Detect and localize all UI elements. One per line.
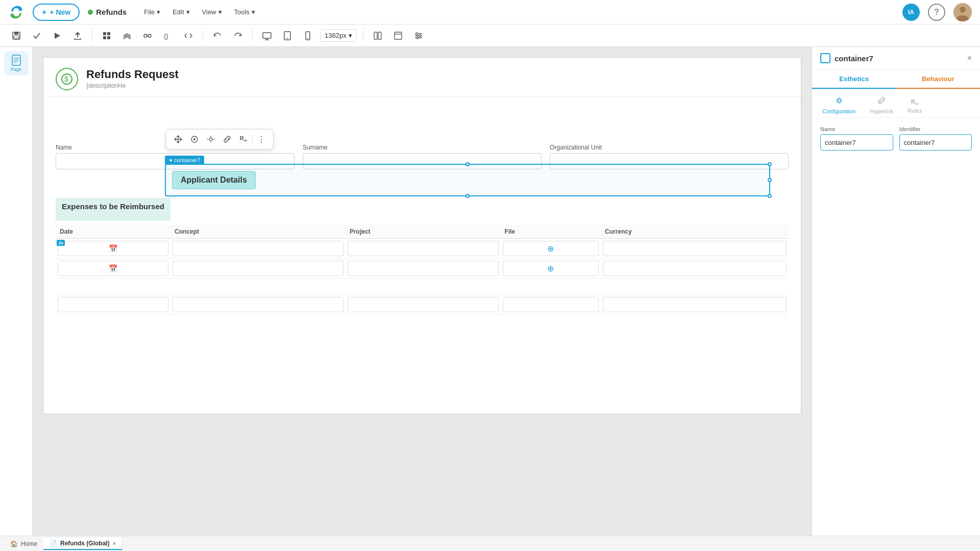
currency-input-2[interactable] — [603, 261, 787, 276]
desktop-view-button[interactable] — [259, 28, 275, 44]
file-input-1[interactable]: ⊕ — [503, 241, 599, 256]
prop-name-input[interactable] — [820, 134, 893, 151]
date-input-1[interactable]: 📅 — [58, 241, 168, 256]
js-badge: Js — [57, 240, 65, 246]
sidebar-page-icon[interactable]: Page — [4, 51, 29, 76]
toolbar: {} 1382px ▾ — [0, 24, 980, 47]
svg-point-40 — [209, 138, 212, 141]
move-tool-button[interactable] — [170, 132, 186, 147]
date-cell-3 — [56, 295, 170, 315]
edit-menu[interactable]: Edit ▾ — [167, 6, 194, 18]
link-tool-button[interactable] — [219, 132, 235, 147]
config-icon — [835, 96, 843, 107]
refunds-global-tab[interactable]: 📄 Refunds (Global) × — [43, 538, 122, 550]
svg-rect-15 — [263, 33, 271, 38]
handle-top-right[interactable] — [768, 162, 772, 166]
tablet-view-button[interactable] — [279, 28, 296, 44]
svg-rect-9 — [103, 36, 106, 39]
concept-cell-2 — [170, 259, 346, 279]
main-tab-bar: Esthetics Behaviour — [812, 70, 980, 89]
handle-top[interactable] — [465, 162, 470, 166]
concept-input-2[interactable] — [173, 261, 344, 276]
close-panel-button[interactable]: × — [967, 54, 972, 63]
braces-button[interactable]: {} — [160, 28, 176, 44]
project-input-1[interactable] — [348, 241, 499, 256]
window-button[interactable] — [390, 28, 406, 44]
settings2-button[interactable] — [410, 28, 427, 44]
divider-3 — [252, 30, 253, 42]
concept-input-1[interactable] — [173, 241, 344, 256]
tab-esthetics[interactable]: Esthetics — [812, 70, 896, 89]
play-button[interactable] — [49, 28, 65, 44]
project-input-2[interactable] — [348, 261, 499, 276]
file-input-2[interactable]: ⊕ — [503, 261, 599, 276]
svg-marker-6 — [55, 33, 60, 39]
grid-button[interactable] — [370, 28, 386, 44]
tab-behaviour[interactable]: Behaviour — [896, 70, 981, 89]
expenses-title: Expenses to be Reimbursed — [62, 202, 164, 211]
table-row — [56, 295, 789, 315]
total-input-5[interactable] — [603, 297, 787, 312]
canvas-area[interactable]: $ Refunds Request {descriptionHe — [33, 47, 812, 536]
floating-toolbar: R∞ ⋮ — [166, 129, 274, 149]
sub-tab-configuration[interactable]: Configuration — [816, 93, 862, 117]
total-input-1[interactable] — [58, 297, 168, 312]
more-tool-button[interactable]: ⋮ — [254, 132, 269, 147]
handle-bottom[interactable] — [465, 194, 470, 198]
date-cell-2: 📅 — [56, 259, 170, 279]
container-breadcrumb[interactable]: ◂ container7 — [165, 156, 204, 164]
code-button[interactable] — [180, 28, 197, 44]
svg-point-39 — [193, 138, 195, 140]
currency-input-1[interactable] — [603, 241, 787, 256]
view-menu[interactable]: View ▾ — [197, 6, 227, 18]
date-input-2[interactable]: 📅 — [58, 261, 168, 276]
container-title: container7 — [820, 53, 873, 63]
total-input-2[interactable] — [173, 297, 344, 312]
undo-button[interactable] — [209, 28, 226, 44]
surname-label: Surname — [303, 144, 542, 151]
top-nav: + + New Refunds File ▾ Edit ▾ View ▾ Too… — [0, 0, 980, 24]
file-cell-3 — [501, 295, 601, 315]
file-menu[interactable]: File ▾ — [139, 6, 165, 18]
container7-box[interactable]: Applicant Details — [165, 164, 770, 196]
project-cell-1 — [346, 239, 501, 259]
prop-identifier-label: Identifier — [899, 126, 972, 132]
upload-icon-1: ⊕ — [547, 244, 554, 254]
total-input-3[interactable] — [348, 297, 499, 312]
svg-point-31 — [416, 37, 419, 39]
viewport-size[interactable]: 1382px ▾ — [320, 29, 357, 42]
home-icon: 🏠 — [10, 540, 18, 547]
tab-close-button[interactable]: × — [113, 540, 116, 546]
sub-tab-rules[interactable]: R∞ Rules — [901, 93, 928, 117]
upload-button[interactable] — [69, 28, 86, 44]
tools-menu[interactable]: Tools ▾ — [229, 6, 260, 18]
nav-menu: File ▾ Edit ▾ View ▾ Tools ▾ — [139, 6, 260, 18]
variables-button[interactable] — [139, 28, 156, 44]
calendar-icon-2: 📅 — [109, 264, 117, 272]
total-input-4[interactable] — [503, 297, 599, 312]
handle-right[interactable] — [768, 178, 772, 182]
redo-button[interactable] — [230, 28, 246, 44]
shape-tool-button[interactable] — [187, 132, 202, 147]
components-button[interactable] — [99, 28, 115, 44]
svg-point-11 — [144, 34, 147, 37]
handle-bottom-right[interactable] — [768, 194, 772, 198]
rules-tool-button[interactable]: R∞ — [236, 132, 251, 147]
sub-tab-hyperlink[interactable]: Hyperlink — [864, 93, 899, 117]
check-button[interactable] — [29, 28, 45, 44]
new-button[interactable]: + + New — [33, 4, 80, 21]
help-button[interactable]: ? — [928, 4, 945, 21]
container-icon — [820, 53, 830, 63]
nav-right: IA ? — [902, 3, 972, 21]
prop-identifier-input[interactable] — [899, 134, 972, 151]
mobile-view-button[interactable] — [300, 28, 316, 44]
layers-button[interactable] — [119, 28, 135, 44]
svg-point-19 — [287, 38, 288, 39]
upload-icon-2: ⊕ — [547, 264, 554, 273]
save-button[interactable] — [8, 28, 24, 44]
user-avatar[interactable] — [953, 3, 972, 21]
user-initials-button[interactable]: IA — [902, 4, 920, 21]
home-tab[interactable]: 🏠 Home — [4, 538, 43, 549]
settings-tool-button[interactable] — [203, 132, 218, 147]
col-project: Project — [346, 225, 501, 239]
